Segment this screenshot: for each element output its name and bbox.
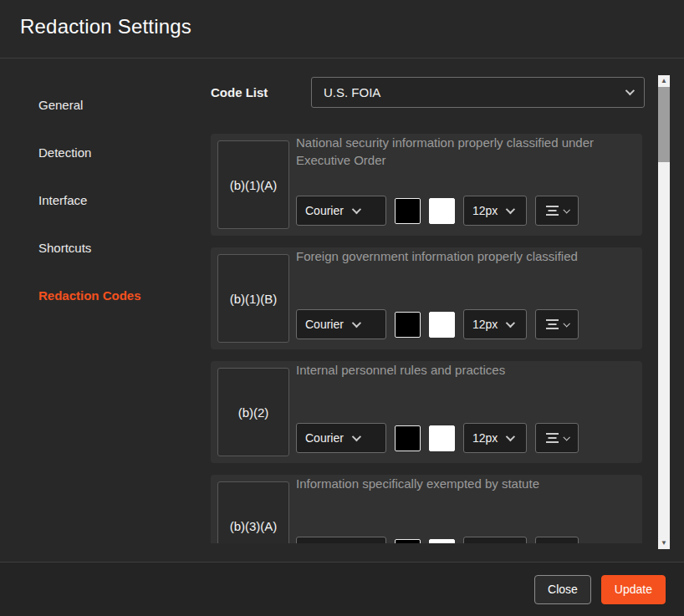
- alignment-dropdown-button[interactable]: [535, 537, 579, 543]
- font-selected-value: Courier: [305, 204, 344, 217]
- scroll-up-arrow-icon[interactable]: ▲: [658, 75, 670, 87]
- chevron-down-icon: [563, 320, 569, 327]
- code-label: (b)(1)(B): [230, 292, 278, 306]
- scrollbar-thumb[interactable]: [658, 87, 670, 162]
- text-color-swatch[interactable]: [429, 198, 455, 224]
- redaction-codes-panel: Code List U.S. FOIA (b)(1)(A) National s…: [172, 59, 684, 561]
- align-lines-icon: [546, 206, 559, 216]
- chevron-down-icon: [506, 432, 515, 441]
- dialog-title: Redaction Settings: [20, 15, 664, 38]
- fill-color-swatch[interactable]: [395, 198, 421, 224]
- chevron-down-icon: [506, 205, 515, 214]
- code-card: (b)(1)(B) Foreign government information…: [211, 247, 642, 349]
- chevron-down-icon: [506, 318, 515, 328]
- fill-color-swatch[interactable]: [395, 425, 421, 451]
- text-color-swatch[interactable]: [429, 539, 455, 544]
- code-card-list: (b)(1)(A) National security information …: [211, 122, 642, 543]
- chevron-down-icon: [352, 432, 361, 441]
- fill-color-swatch[interactable]: [395, 539, 421, 544]
- font-size-select[interactable]: 12px: [463, 196, 527, 226]
- code-card: (b)(3)(A) Information specifically exemp…: [211, 475, 642, 543]
- size-selected-value: 12px: [472, 318, 498, 331]
- sidebar-item-shortcuts[interactable]: Shortcuts: [38, 241, 172, 255]
- alignment-dropdown-button[interactable]: [535, 309, 579, 339]
- code-style-controls: Courier 12px: [296, 309, 579, 339]
- font-size-select[interactable]: 12px: [463, 537, 527, 543]
- sidebar-item-redaction-codes[interactable]: Redaction Codes: [38, 288, 172, 303]
- align-lines-icon: [546, 319, 559, 329]
- code-card: (b)(1)(A) National security information …: [211, 134, 642, 236]
- code-label: (b)(2): [238, 405, 269, 420]
- scroll-down-arrow-icon[interactable]: ▼: [658, 537, 670, 549]
- chevron-down-icon: [563, 434, 569, 440]
- font-selected-value: Courier: [305, 318, 344, 331]
- sidebar: General Detection Interface Shortcuts Re…: [0, 59, 172, 561]
- code-style-controls: Courier 12px: [296, 537, 579, 543]
- size-selected-value: 12px: [472, 431, 498, 445]
- font-select[interactable]: Courier: [296, 423, 386, 453]
- code-style-controls: Courier 12px: [296, 423, 579, 453]
- code-label-box: (b)(3)(A): [217, 481, 289, 543]
- sidebar-item-general[interactable]: General: [38, 98, 172, 112]
- sidebar-item-interface[interactable]: Interface: [38, 193, 172, 207]
- chevron-down-icon: [563, 206, 569, 213]
- code-style-controls: Courier 12px: [296, 196, 579, 226]
- update-button[interactable]: Update: [601, 575, 666, 604]
- text-color-swatch[interactable]: [429, 312, 455, 338]
- font-size-select[interactable]: 12px: [463, 423, 527, 453]
- scrollbar-track[interactable]: ▲ ▼: [658, 75, 670, 549]
- code-description: Internal personnel rules and practices: [296, 361, 629, 379]
- fill-color-swatch[interactable]: [395, 312, 421, 338]
- code-list-select[interactable]: U.S. FOIA: [311, 77, 645, 108]
- alignment-dropdown-button[interactable]: [535, 196, 579, 226]
- code-label-box: (b)(2): [217, 368, 289, 456]
- size-selected-value: 12px: [472, 204, 498, 217]
- code-label-box: (b)(1)(A): [217, 140, 289, 229]
- dialog-body: General Detection Interface Shortcuts Re…: [0, 59, 684, 561]
- code-description: Foreign government information properly …: [296, 247, 629, 265]
- code-description: Information specifically exempted by sta…: [296, 475, 629, 492]
- sidebar-item-detection[interactable]: Detection: [38, 145, 172, 160]
- code-label: (b)(1)(A): [230, 178, 278, 192]
- code-description: National security information properly c…: [296, 134, 629, 169]
- code-card: (b)(2) Internal personnel rules and prac…: [211, 361, 642, 463]
- chevron-down-icon: [352, 205, 361, 214]
- chevron-down-icon: [625, 86, 635, 95]
- align-lines-icon: [546, 433, 559, 443]
- redaction-settings-dialog: Redaction Settings General Detection Int…: [0, 0, 684, 616]
- alignment-dropdown-button[interactable]: [535, 423, 579, 453]
- code-list-selected-value: U.S. FOIA: [324, 85, 625, 99]
- font-selected-value: Courier: [305, 431, 344, 445]
- code-label: (b)(3)(A): [230, 519, 278, 533]
- code-label-box: (b)(1)(B): [217, 254, 289, 343]
- font-select[interactable]: Courier: [296, 196, 386, 226]
- text-color-swatch[interactable]: [429, 425, 455, 451]
- code-list-row: Code List U.S. FOIA: [211, 76, 645, 108]
- font-select[interactable]: Courier: [296, 309, 386, 339]
- chevron-down-icon: [352, 318, 361, 328]
- font-select[interactable]: Courier: [296, 537, 386, 543]
- dialog-header: Redaction Settings: [0, 0, 684, 59]
- close-button[interactable]: Close: [534, 575, 591, 604]
- dialog-footer: Close Update: [0, 562, 684, 616]
- code-list-label: Code List: [211, 85, 311, 99]
- font-size-select[interactable]: 12px: [463, 309, 527, 339]
